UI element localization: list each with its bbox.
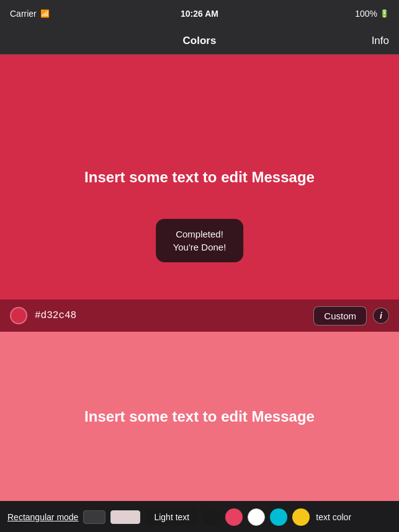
- bottom-panel-message: Insert some text to edit Message: [60, 408, 339, 425]
- battery-icon: 🔋: [380, 9, 389, 18]
- color-dot-cyan[interactable]: [270, 508, 287, 526]
- top-color-panel: Insert some text to edit Message Complet…: [0, 55, 399, 299]
- status-bar-right: 100% 🔋: [355, 9, 389, 19]
- status-bar-time: 10:26 AM: [181, 9, 218, 19]
- text-color-label: text color: [316, 512, 351, 522]
- color-dot-row: [203, 508, 310, 526]
- controls-bar: Rectangular mode Light text text color: [0, 501, 399, 532]
- toggle-box-large[interactable]: [110, 510, 140, 524]
- toast-line1: Completed!: [173, 228, 226, 241]
- color-dot-yellow[interactable]: [292, 508, 310, 526]
- color-swatch[interactable]: [10, 307, 27, 324]
- custom-button[interactable]: Custom: [313, 306, 367, 326]
- light-text-button[interactable]: Light text: [145, 508, 198, 526]
- carrier-label: Carrier: [10, 9, 37, 19]
- rectangular-underline: Rectangular: [7, 512, 55, 522]
- status-bar: Carrier 📶 10:26 AM 100% 🔋: [0, 0, 399, 27]
- top-panel-message: Insert some text to edit Message: [60, 169, 339, 186]
- info-circle-button[interactable]: i: [373, 308, 389, 324]
- color-dot-black[interactable]: [203, 508, 220, 526]
- toggle-box-small[interactable]: [83, 510, 105, 524]
- color-dot-white[interactable]: [248, 508, 265, 526]
- color-bar: #d32c48 Custom i: [0, 299, 399, 332]
- status-bar-left: Carrier 📶: [10, 9, 50, 19]
- mode-label: Rectangular mode: [7, 512, 78, 522]
- battery-label: 100%: [355, 9, 377, 19]
- color-dot-red[interactable]: [225, 508, 243, 526]
- nav-title: Colors: [183, 35, 217, 47]
- info-button[interactable]: Info: [372, 35, 389, 47]
- nav-bar: Colors Info: [0, 27, 399, 55]
- toast-line2: You're Done!: [173, 241, 226, 254]
- wifi-icon: 📶: [40, 9, 50, 18]
- hex-label: #d32c48: [35, 310, 76, 321]
- bottom-color-panel: Insert some text to edit Message: [0, 332, 399, 501]
- mode-rest: mode: [55, 512, 79, 522]
- toast-popup: Completed! You're Done!: [156, 219, 244, 262]
- color-bar-right: Custom i: [313, 306, 389, 326]
